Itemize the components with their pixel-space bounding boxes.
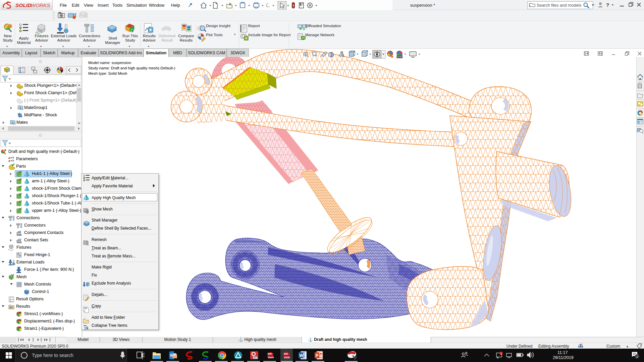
svg-text:SW: SW	[268, 352, 272, 355]
svg-text:29/11/2019: 29/11/2019	[553, 355, 574, 360]
svg-text:A: A	[342, 54, 344, 58]
svg-text:x: x	[8, 159, 10, 163]
svg-text:1: 1	[500, 352, 502, 355]
svg-text:SW: SW	[284, 352, 288, 355]
svg-text:2020: 2020	[284, 356, 290, 359]
svg-text:=?: =?	[10, 159, 14, 163]
svg-text:u: u	[19, 318, 21, 321]
svg-text:W: W	[300, 353, 304, 358]
svg-text:SOLID: SOLID	[15, 2, 31, 8]
svg-text:ε: ε	[19, 326, 21, 329]
svg-text:3: 3	[636, 355, 638, 358]
svg-text:?: ?	[606, 2, 609, 8]
svg-text:σ: σ	[19, 311, 21, 314]
svg-text:P: P	[316, 353, 318, 358]
svg-text:2019: 2019	[268, 356, 274, 359]
svg-text:WORKS: WORKS	[31, 2, 50, 8]
svg-text:11:17: 11:17	[557, 350, 568, 355]
svg-text:Type here to search: Type here to search	[32, 353, 73, 358]
